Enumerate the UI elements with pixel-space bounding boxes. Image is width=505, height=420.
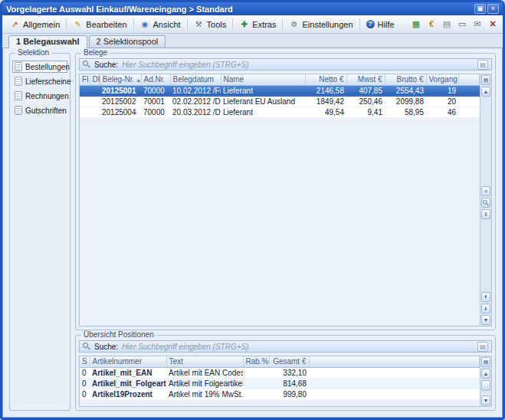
belege-scrollbar[interactable]: ▤ ▲ ≡ ⇕ ↟ ↡ ▼ bbox=[480, 74, 491, 326]
extras-icon: ✚ bbox=[239, 20, 249, 28]
col-filler bbox=[458, 74, 480, 85]
column-chooser-icon[interactable]: ▤ bbox=[481, 357, 490, 367]
selektion-groupbox: Selektion Bestellungen Lieferscheine Rec… bbox=[9, 53, 71, 411]
window-title: Vorgelagerte Auswahl Einkauf/Wareneingan… bbox=[6, 5, 473, 14]
col-rab[interactable]: Rab.% bbox=[243, 356, 269, 367]
document-icon bbox=[15, 106, 22, 115]
view-icon: ◉ bbox=[140, 20, 150, 28]
positionen-search-input[interactable]: Suche: Hier Suchbegriff eingeben (STRG+S… bbox=[79, 340, 492, 353]
search-options-button[interactable]: ▤ bbox=[477, 342, 488, 352]
search-label: Suche: bbox=[94, 61, 118, 69]
menu-tools[interactable]: ⚒ Tools bbox=[190, 18, 231, 31]
magnifier-icon[interactable] bbox=[481, 198, 490, 208]
positionen-title: Übersicht Positionen bbox=[81, 330, 156, 339]
titlebar[interactable]: Vorgelagerte Auswahl Einkauf/Wareneingan… bbox=[2, 2, 503, 15]
sidebar-item-label: Rechnungen bbox=[25, 92, 69, 100]
sidebar-item-lieferscheine[interactable]: Lieferscheine bbox=[12, 75, 67, 87]
belege-title: Belege bbox=[81, 48, 110, 57]
menu-bearbeiten-label: Bearbeiten bbox=[86, 20, 126, 29]
belege-grid-area: FI DR Beleg-Nr.▲ Ad.Nr. Belegdatum Name … bbox=[80, 74, 480, 326]
allgemein-icon: ↗ bbox=[10, 20, 20, 28]
search-placeholder: Hier Suchbegriff eingeben (STRG+S) bbox=[122, 61, 248, 69]
tabstrip: 1 Belegauswahl 2 Selektionspool bbox=[2, 34, 503, 48]
sort-asc-icon: ▲ bbox=[136, 77, 141, 83]
package-icon[interactable]: ▦ bbox=[410, 18, 422, 30]
scroll-up-icon[interactable]: ▲ bbox=[481, 369, 490, 379]
belege-table: FI DR Beleg-Nr.▲ Ad.Nr. Belegdatum Name … bbox=[80, 74, 480, 118]
belege-grid: FI DR Beleg-Nr.▲ Ad.Nr. Belegdatum Name … bbox=[79, 74, 492, 326]
toolbar-right-icons: ▦ € ▤ ▭ ✉ ✕ bbox=[410, 18, 499, 30]
mail-icon[interactable]: ✉ bbox=[471, 18, 484, 30]
scrollbar-thumb[interactable] bbox=[481, 380, 490, 391]
table-row[interactable]: 0 Artikel_mit_Folgeartikel Artikel mit F… bbox=[80, 378, 480, 389]
sidebar-item-bestellungen[interactable]: Bestellungen bbox=[12, 61, 67, 73]
currency-icon[interactable]: € bbox=[425, 18, 438, 30]
col-name[interactable]: Name bbox=[221, 74, 305, 85]
col-text[interactable]: Text bbox=[166, 356, 243, 367]
content-area: Selektion Bestellungen Lieferscheine Rec… bbox=[5, 50, 500, 415]
col-belegdatum[interactable]: Belegdatum bbox=[170, 74, 221, 85]
sidebar-item-label: Bestellungen bbox=[25, 63, 70, 71]
table-row[interactable]: 0 Artikel19Prozent Artikel mit 19% MwSt.… bbox=[80, 389, 480, 399]
tab-belegauswahl[interactable]: 1 Belegauswahl bbox=[8, 35, 87, 48]
menu-ansicht[interactable]: ◉ Ansicht bbox=[136, 18, 185, 31]
list-icon[interactable]: ≡ bbox=[481, 186, 490, 196]
close-button[interactable]: × bbox=[487, 4, 499, 14]
belege-search-input[interactable]: Suche: Hier Suchbegriff eingeben (STRG+S… bbox=[79, 58, 492, 71]
tab-selektionspool[interactable]: 2 Selektionspool bbox=[89, 35, 166, 48]
col-ad-nr[interactable]: Ad.Nr. bbox=[141, 74, 170, 85]
toolbar-separator bbox=[133, 18, 134, 30]
positionen-grid-area: S Artikelnummer Text Rab.% Gesamt € 0 bbox=[80, 356, 480, 406]
toolbar-separator bbox=[232, 18, 233, 30]
menu-einstellungen[interactable]: ⚙ Einstellungen bbox=[285, 18, 356, 31]
toolbar-separator bbox=[66, 18, 67, 30]
col-dr[interactable]: DR bbox=[90, 74, 100, 85]
scroll-to-bottom-icon[interactable]: ↡ bbox=[481, 304, 490, 313]
scroll-up-icon[interactable]: ▲ bbox=[481, 87, 490, 97]
monitor-icon[interactable]: ▭ bbox=[456, 18, 468, 30]
sidebar-item-gutschriften[interactable]: Gutschriften bbox=[12, 104, 67, 116]
menu-allgemein[interactable]: ↗ Allgemein bbox=[6, 18, 64, 31]
col-brutto[interactable]: Brutto € bbox=[385, 74, 426, 85]
table-row[interactable]: 20125001 70000 10.02.2012 /Fr Lieferant … bbox=[80, 85, 480, 96]
gear-icon: ⚙ bbox=[289, 20, 299, 28]
col-mwst[interactable]: Mwst € bbox=[346, 74, 385, 85]
table-row[interactable]: 20125004 70000 20.03.2012 /Di Lieferant … bbox=[80, 107, 480, 117]
sidebar-item-rechnungen[interactable]: Rechnungen bbox=[12, 90, 67, 102]
scroll-down-icon[interactable]: ▼ bbox=[481, 315, 490, 325]
document-icon[interactable]: ▤ bbox=[441, 18, 453, 30]
scroll-to-top-icon[interactable]: ↟ bbox=[481, 292, 490, 302]
search-options-button[interactable]: ▤ bbox=[477, 60, 488, 70]
document-icon bbox=[15, 77, 22, 86]
col-netto[interactable]: Netto € bbox=[305, 74, 346, 85]
exit-icon[interactable]: ✕ bbox=[487, 18, 499, 30]
tools-icon: ⚒ bbox=[194, 20, 204, 28]
col-gesamt[interactable]: Gesamt € bbox=[269, 356, 309, 367]
scroll-down-icon[interactable]: ▼ bbox=[481, 395, 490, 405]
search-label: Suche: bbox=[94, 343, 118, 351]
belege-groupbox: Belege Suche: Hier Suchbegriff eingeben … bbox=[75, 53, 496, 330]
restore-button[interactable]: ▣ bbox=[474, 4, 486, 14]
positionen-scrollbar[interactable]: ▤ ▲ ▼ bbox=[480, 356, 491, 406]
col-fi[interactable]: FI bbox=[80, 74, 90, 85]
sidebar-item-label: Lieferscheine bbox=[25, 77, 71, 86]
menu-allgemein-label: Allgemein bbox=[23, 20, 60, 29]
positionen-table: S Artikelnummer Text Rab.% Gesamt € 0 bbox=[80, 356, 480, 400]
menu-bearbeiten[interactable]: ✎ Bearbeiten bbox=[69, 18, 130, 31]
sidebar-item-label: Gutschriften bbox=[25, 107, 67, 115]
menu-hilfe[interactable]: ? Hilfe bbox=[362, 18, 398, 31]
menu-ansicht-label: Ansicht bbox=[153, 20, 181, 29]
document-icon bbox=[15, 91, 22, 100]
menu-einstellungen-label: Einstellungen bbox=[302, 20, 353, 29]
col-beleg-nr[interactable]: Beleg-Nr.▲ bbox=[100, 74, 141, 85]
table-row[interactable]: 0 Artikel_mit_EAN Artikel mit EAN Codes … bbox=[80, 367, 480, 378]
menu-extras[interactable]: ✚ Extras bbox=[235, 18, 280, 31]
menu-hilfe-label: Hilfe bbox=[378, 20, 395, 29]
table-row[interactable]: 20125002 70001 02.02.2012 /Do Lieferant … bbox=[80, 96, 480, 107]
menu-extras-label: Extras bbox=[252, 20, 276, 29]
updown-icon[interactable]: ⇕ bbox=[481, 209, 490, 219]
column-chooser-icon[interactable]: ▤ bbox=[481, 75, 490, 85]
col-vorgang[interactable]: Vorgang bbox=[426, 74, 458, 85]
col-s[interactable]: S bbox=[80, 356, 90, 367]
col-artikelnummer[interactable]: Artikelnummer bbox=[90, 356, 166, 367]
